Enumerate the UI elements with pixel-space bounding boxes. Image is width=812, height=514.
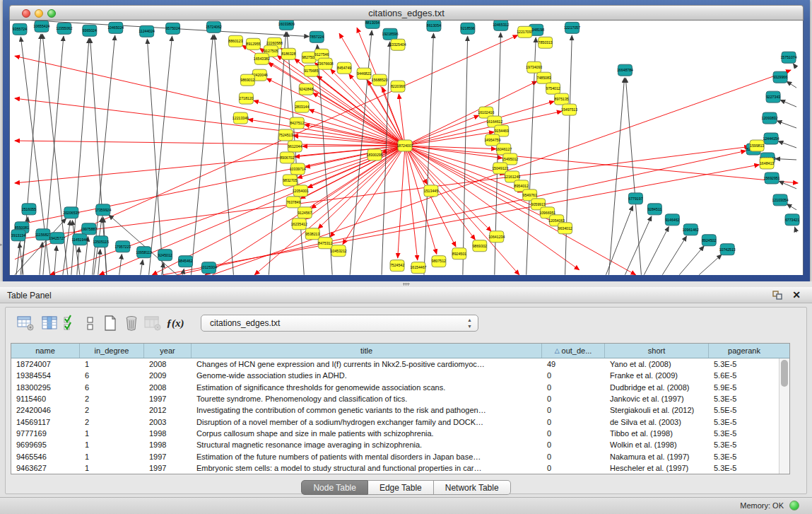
graph-node[interactable]: 16235412	[291, 218, 307, 230]
table-selector-dropdown[interactable]: citations_edges.txt ▲▼	[201, 315, 478, 332]
graph-node[interactable]: 7857224	[310, 31, 324, 42]
vertical-scrollbar[interactable]	[779, 358, 789, 474]
graph-node[interactable]: 15497513	[561, 104, 577, 115]
graph-node[interactable]: 9146462	[665, 214, 679, 226]
cell-out_degree[interactable]: 0	[542, 371, 605, 380]
cell-title[interactable]: Estimation of the future numbers of pati…	[192, 452, 542, 461]
column-header-year[interactable]: year	[144, 344, 192, 358]
graph-node[interactable]: 9284511	[647, 204, 661, 215]
cell-out_degree[interactable]: 49	[542, 360, 605, 368]
graph-node[interactable]: 3913134	[11, 230, 25, 241]
cell-title[interactable]: Embryonic stem cells: a model to study s…	[192, 464, 542, 472]
graph-node[interactable]: 8220366	[391, 81, 405, 92]
cell-pagerank[interactable]: 5.9E-5	[709, 383, 779, 392]
graph-node[interactable]: 10961462	[683, 224, 699, 235]
graph-node[interactable]: 10465024	[107, 22, 124, 33]
cell-pagerank[interactable]: 5.6E-5	[709, 371, 779, 380]
graph-node[interactable]: 16154467	[410, 262, 426, 274]
cell-year[interactable]: 2012	[144, 406, 192, 414]
cell-title[interactable]: Genome-wide association studies in ADHD.	[192, 371, 542, 380]
scrollbar-thumb[interactable]	[781, 360, 788, 387]
network-canvas[interactable]: 9355724106554241235506293650241046502411…	[9, 21, 804, 275]
cell-short[interactable]: Wolkin et al. (1998)	[605, 440, 709, 449]
graph-node[interactable]: 19425727	[49, 233, 65, 244]
table-row[interactable]: 946362711997Embryonic stem cells: a mode…	[11, 462, 789, 474]
cell-out_degree[interactable]: 0	[542, 440, 605, 449]
graph-node[interactable]: 16033809	[278, 21, 295, 30]
graph-node[interactable]: 8912955	[246, 38, 260, 49]
graph-node[interactable]: 9124567	[298, 207, 312, 218]
graph-node[interactable]: 9807512	[432, 256, 446, 267]
graph-node[interactable]: 9175685	[304, 65, 318, 76]
graph-node[interactable]: 23676608	[317, 58, 334, 69]
node-table[interactable]: namein_degreeyeartitle△out_de...shortpag…	[11, 343, 790, 474]
graph-node[interactable]: 9845462	[178, 256, 192, 267]
graph-node[interactable]: 7850313	[539, 37, 553, 48]
cell-pagerank[interactable]: 5.3E-5	[709, 440, 779, 449]
graph-node[interactable]: 15688520	[372, 74, 388, 86]
graph-node[interactable]: 6773421	[785, 214, 799, 226]
column-header-title[interactable]: title	[192, 344, 542, 358]
graph-node[interactable]: 10125304	[201, 262, 217, 274]
cell-year[interactable]: 2003	[144, 418, 192, 426]
graph-node[interactable]: 19734093	[526, 62, 542, 73]
graph-node[interactable]: 10453212	[331, 245, 347, 257]
cell-pagerank[interactable]: 5.5E-5	[709, 406, 779, 414]
graph-node[interactable]: 12213349	[233, 112, 249, 124]
cell-in_degree[interactable]: 2	[80, 395, 144, 403]
graph-node[interactable]: 9754012	[546, 83, 560, 94]
graph-node[interactable]: 10655424	[33, 21, 49, 32]
graph-node[interactable]: 2803144	[295, 101, 309, 112]
graph-node[interactable]: 12093832	[762, 112, 778, 124]
column-header-short[interactable]: short	[605, 344, 709, 358]
cell-in_degree[interactable]: 2	[80, 418, 144, 426]
graph-node[interactable]: 1648413	[760, 158, 774, 169]
function-builder-icon[interactable]: ƒ(x)	[165, 313, 185, 333]
cell-name[interactable]: 9699695	[11, 440, 80, 449]
column-header-in_degree[interactable]: in_degree	[80, 344, 144, 358]
cell-title[interactable]: Tourette syndrome. Phenomenology and cla…	[192, 395, 542, 403]
graph-node[interactable]: 9869302	[473, 240, 487, 252]
graph-node[interactable]: 8454749	[337, 62, 351, 74]
cell-year[interactable]: 2008	[144, 360, 192, 368]
cell-name[interactable]: 9115460	[11, 395, 80, 403]
graph-node[interactable]: 9227343	[766, 91, 780, 103]
graph-node[interactable]: 9869012	[240, 74, 254, 86]
cell-short[interactable]: Franke et al. (2009)	[605, 371, 709, 380]
graph-node[interactable]: 1599813	[750, 140, 764, 151]
graph-node[interactable]: 8186328	[281, 48, 295, 59]
table-row[interactable]: 969969511998Structural magnetic resonanc…	[11, 439, 789, 450]
cell-short[interactable]: Dudbridge et al. (2008)	[605, 383, 709, 392]
cell-in_degree[interactable]: 1	[80, 360, 144, 368]
horizontal-splitter[interactable]	[0, 281, 812, 287]
table-panel-header[interactable]: Table Panel ✕	[0, 287, 812, 303]
column-header-pagerank[interactable]: pagerank	[709, 344, 779, 358]
cell-name[interactable]: 9777169	[11, 429, 80, 438]
graph-node[interactable]: 16543382	[254, 53, 270, 64]
column-header-name[interactable]: name	[11, 344, 80, 358]
cell-in_degree[interactable]: 6	[80, 371, 144, 380]
cell-title[interactable]: Disruption of a novel member of a sodium…	[192, 418, 542, 426]
cell-in_degree[interactable]: 1	[80, 440, 144, 449]
cell-short[interactable]: Stergiakouli et al. (2012)	[605, 406, 709, 414]
cell-short[interactable]: de Silva et al. (2003)	[605, 418, 709, 426]
cell-out_degree[interactable]: 0	[542, 452, 605, 461]
graph-node[interactable]: 8906702	[280, 152, 294, 163]
cell-in_degree[interactable]: 2	[80, 406, 144, 414]
cell-name[interactable]: 14569117	[11, 418, 80, 426]
graph-node[interactable]: 7524513	[278, 129, 293, 141]
cell-pagerank[interactable]: 5.3E-5	[709, 395, 779, 403]
graph-node[interactable]: 9538213	[305, 228, 319, 240]
cell-short[interactable]: Nakamura et al. (1997)	[605, 452, 709, 461]
graph-node[interactable]: 1513445	[424, 185, 438, 197]
graph-node[interactable]: 2516055	[22, 204, 36, 215]
graph-node[interactable]: 12103054	[772, 194, 789, 206]
graph-node[interactable]: 8860123	[228, 35, 242, 47]
graph-node[interactable]: 10958113	[136, 247, 152, 258]
graph-node[interactable]: 8924501	[452, 248, 466, 259]
graph-node[interactable]: 8427512	[290, 117, 304, 129]
cell-name[interactable]: 18724007	[11, 360, 80, 368]
graph-node[interactable]: 7637849	[286, 197, 300, 208]
graph-node[interactable]: 11451944	[71, 234, 88, 245]
network-graph[interactable]: 9355724106554241235506293650241046502411…	[10, 21, 803, 275]
